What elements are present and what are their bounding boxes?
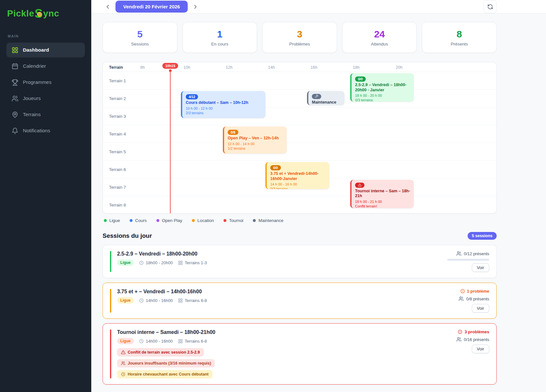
timeline-time-16h: 16h [311, 65, 317, 70]
event-title: 2.5-2.9 – Vendredi – 18h00-20h00 - Janvi… [355, 83, 410, 93]
stat-value: 8 [457, 29, 462, 40]
session-card-right: 0/12 présentsVoir [447, 251, 489, 272]
problem-chip: Horaire chevauchant avec Cours débutant [117, 370, 213, 378]
legend-dot [130, 219, 133, 222]
timeline-legend: LigueCoursOpen PlayLocationTournoiMainte… [103, 218, 497, 223]
session-presents: 0/16 présents [456, 337, 489, 342]
session-problems-label: 1 problème [467, 289, 489, 294]
session-card-375: 3.75 et + – Vendredi – 14h00-16h00Ligue1… [103, 283, 497, 319]
prev-day-button[interactable] [103, 2, 113, 12]
app-logo: Pickle S ync [7, 8, 85, 19]
session-terrains-label: Terrains 6-8 [185, 298, 207, 303]
event-ligue-25-29[interactable]: 0/02.5-2.9 – Vendredi – 18h00-20h00 - Ja… [350, 73, 414, 102]
session-title: Tournoi interne – Samedi – 18h00-21h00 [117, 329, 215, 335]
terrain-row-label: Terrain 8 [103, 203, 126, 207]
pin-icon [12, 111, 18, 118]
trophy-icon [12, 79, 18, 86]
clock-icon [139, 298, 144, 303]
legend-dot [156, 219, 159, 222]
voir-button[interactable]: Voir [472, 304, 489, 313]
event-maintenance-t2[interactable]: Maintenance T216h - 18h [307, 91, 344, 105]
session-presents-label: 0/12 présents [464, 251, 489, 256]
legend-item-cours: Cours [130, 218, 147, 223]
timeline-corner-label: Terrain [109, 65, 123, 70]
session-problems-label: 3 problèmes [464, 329, 489, 334]
event-badge: 0/8 [228, 130, 238, 135]
next-day-button[interactable] [190, 2, 201, 12]
timeline-panel: Terrain 8h10h12h14h16h18h20h Terrain 1Te… [103, 62, 497, 214]
sidebar-section-label: MAIN [6, 34, 85, 38]
session-time: 18h00 - 20h00 [139, 260, 173, 265]
terrain-row-label: Terrain 6 [103, 167, 126, 172]
session-card-left: Tournoi interne – Samedi – 18h00-21h00Li… [110, 329, 215, 378]
sidebar-item-calendrier[interactable]: Calendrier [6, 59, 85, 74]
sidebar-item-dashboard[interactable]: Dashboard [6, 43, 85, 57]
timeline-row: Terrain 2 [103, 90, 496, 107]
timeline-header: Terrain 8h10h12h14h16h18h20h [103, 62, 496, 72]
session-card-tournoi: Tournoi interne – Samedi – 18h00-21h00Li… [103, 323, 497, 385]
dashboard-icon [12, 47, 18, 54]
voir-button[interactable]: Voir [472, 263, 489, 272]
session-terrains-label: Terrains 6-8 [185, 339, 207, 344]
session-title: 3.75 et + – Vendredi – 14h00-16h00 [117, 289, 207, 295]
session-card-body: 3.75 et + – Vendredi – 14h00-16h00Ligue1… [117, 289, 207, 313]
event-title: Cours débutant – Sam – 10h-12h [186, 100, 262, 106]
session-card-right: 3 problèmes0/16 présentsVoir [456, 329, 489, 378]
session-presents-label: 0/8 présents [466, 297, 489, 301]
warning-icon [358, 183, 362, 187]
sidebar-item-terrains[interactable]: Terrains [6, 107, 85, 122]
grid-icon [178, 260, 183, 265]
session-meta: Ligue14h00 - 16h00Terrains 6-8 [117, 338, 215, 344]
stat-card-en-cours: 1En cours [183, 22, 257, 53]
sidebar-nav: DashboardCalendrierProgrammesJoueursTerr… [6, 43, 85, 138]
session-type-badge: Ligue [117, 259, 134, 266]
legend-item-open-play: Open Play [156, 218, 182, 223]
clock-icon [139, 339, 144, 344]
session-problems: 1 problème [460, 289, 489, 294]
stat-value: 5 [137, 29, 143, 40]
voir-button[interactable]: Voir [472, 345, 489, 353]
grid-icon [178, 298, 183, 303]
event-open-play[interactable]: 0/8Open Play – Ven – 12h-14h12 h 00 - 14… [223, 126, 287, 154]
session-problems: 3 problèmes [458, 329, 489, 334]
event-title: Maintenance T2 [312, 100, 341, 106]
stat-label: Sessions [131, 42, 149, 46]
sidebar-item-programmes[interactable]: Programmes [6, 75, 85, 90]
problem-chip-label: Horaire chevauchant avec Cours débutant [128, 372, 209, 377]
timeline-time-10h: 10h [184, 65, 190, 70]
timeline-time-12h: 12h [226, 65, 233, 70]
stat-value: 3 [297, 29, 303, 40]
event-title: 3.75 et + Vendredi-14h00-16h00-Janvier [270, 171, 326, 181]
session-terrains-label: Terrains 1-3 [185, 260, 207, 265]
date-selector-button[interactable]: Vendredi 20 Février 2026 [115, 1, 188, 13]
timeline-time-18h: 18h [353, 65, 360, 70]
users-icon [456, 251, 462, 256]
legend-item-location: Location [192, 218, 214, 223]
timeline-time-14h: 14h [268, 65, 275, 70]
event-cours-debutant[interactable]: 4/12Cours débutant – Sam – 10h-12h10 h 0… [181, 91, 265, 118]
clock-icon [139, 260, 144, 265]
timeline-row: Terrain 3 [103, 107, 496, 125]
event-tournoi-interne[interactable]: Tournoi interne – Sam – 18h-21h18 h 00 -… [350, 180, 414, 208]
problem-chip-label: Conflit de terrain avec session 2.5-2.9 [128, 350, 200, 355]
sidebar-item-joueurs[interactable]: Joueurs [6, 91, 85, 106]
stat-value: 24 [374, 29, 385, 40]
event-ligue-375[interactable]: 0/03.75 et + Vendredi-14h00-16h00-Janvie… [265, 162, 329, 189]
users-icon [121, 361, 125, 366]
refresh-button[interactable] [483, 0, 497, 13]
session-presents-label: 0/16 présents [464, 337, 489, 342]
event-subtext: 0/3 terrains [355, 98, 410, 102]
stat-label: Présents [451, 42, 468, 46]
sidebar-item-notifications[interactable]: Notifications [6, 123, 85, 138]
legend-label: Location [197, 218, 214, 223]
session-terrains: Terrains 6-8 [178, 339, 207, 344]
session-time-label: 14h00 - 16h00 [146, 298, 173, 303]
legend-dot [253, 219, 256, 222]
terrain-row-label: Terrain 1 [103, 78, 126, 83]
session-time-label: 18h00 - 20h00 [146, 260, 173, 265]
stat-label: Attendus [371, 42, 388, 46]
topbar: Vendredi 20 Février 2026 [91, 0, 546, 14]
event-time: 14 h 00 - 16 h 00 [270, 182, 326, 186]
calendar-icon [12, 63, 18, 70]
event-time: 10 h 00 - 12 h 00 [186, 106, 262, 110]
